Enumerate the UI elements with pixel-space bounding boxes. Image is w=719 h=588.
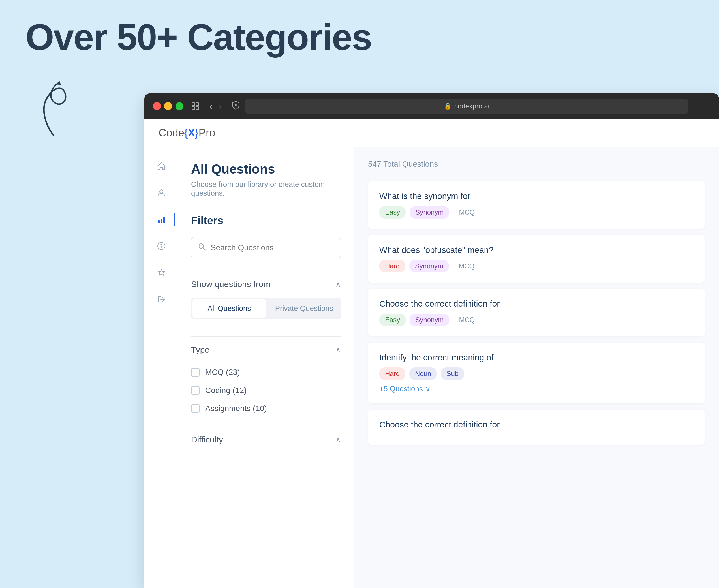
assignments-label: Assignments (10) xyxy=(205,404,267,413)
type-assignments-item: Assignments (10) xyxy=(191,399,341,418)
question-card: What is the synonym for Easy Synonym MCQ xyxy=(368,181,705,229)
back-button[interactable]: ‹ xyxy=(207,101,215,111)
total-count: 547 Total Questions xyxy=(368,160,705,169)
show-questions-header[interactable]: Show questions from ∧ xyxy=(191,279,341,289)
top-nav: Code{X}Pro xyxy=(144,119,719,147)
more-questions-btn[interactable]: +5 Questions ∨ xyxy=(379,384,694,393)
all-questions-toggle[interactable]: All Questions xyxy=(192,299,267,318)
lock-icon: 🔒 xyxy=(444,103,451,110)
assignments-checkbox[interactable] xyxy=(191,404,199,413)
filters-column: All Questions Choose from our library or… xyxy=(178,147,354,588)
svg-rect-2 xyxy=(192,107,195,109)
difficulty-label: Difficulty xyxy=(191,435,223,444)
page-wrapper: Over 50+ Categories ‹ xyxy=(0,0,719,588)
sidebar-item-analytics[interactable] xyxy=(154,212,169,227)
search-icon xyxy=(197,242,206,253)
question-tags: Hard Noun Sub xyxy=(379,368,694,380)
sidebar-item-premium[interactable] xyxy=(154,265,169,280)
browser-body: Code{X}Pro xyxy=(144,119,719,588)
show-questions-label: Show questions from xyxy=(191,279,270,289)
more-questions-text: +5 Questions xyxy=(379,384,423,393)
sidebar-item-users[interactable] xyxy=(154,185,169,201)
hero-title: Over 50+ Categories xyxy=(25,17,372,58)
maximize-button[interactable] xyxy=(175,102,184,110)
svg-rect-8 xyxy=(163,217,165,223)
logo-bracket-close: } xyxy=(195,127,199,139)
svg-text:?: ? xyxy=(160,243,163,249)
browser-chrome: ‹ › 🔒 codexpro.ai xyxy=(144,93,719,119)
svg-rect-6 xyxy=(158,220,160,223)
question-card: Identify the correct meaning of Hard Nou… xyxy=(368,342,705,403)
logo-bracket-open: { xyxy=(184,127,188,139)
question-card: Choose the correct definition for Easy S… xyxy=(368,289,705,336)
question-tags: Easy Synonym MCQ xyxy=(379,206,694,218)
sidebar-item-help[interactable]: ? xyxy=(154,238,169,254)
difficulty-chevron: ∧ xyxy=(335,435,341,444)
tag-easy: Easy xyxy=(379,206,406,218)
filters-section-title: Filters xyxy=(191,215,341,227)
sidebar: ? xyxy=(144,147,178,588)
page-title: All Questions xyxy=(191,161,341,177)
browser-window: ‹ › 🔒 codexpro.ai Code{X}Pro xyxy=(144,93,719,588)
question-text: What is the synonym for xyxy=(379,191,694,201)
tag-mcq: MCQ xyxy=(453,314,480,326)
tag-synonym: Synonym xyxy=(409,260,449,272)
svg-rect-0 xyxy=(192,103,195,106)
traffic-lights xyxy=(153,102,184,110)
tag-mcq: MCQ xyxy=(453,260,480,272)
svg-rect-3 xyxy=(196,107,199,109)
tag-easy: Easy xyxy=(379,314,406,326)
question-tags: Easy Synonym MCQ xyxy=(379,314,694,326)
address-bar[interactable]: 🔒 codexpro.ai xyxy=(246,99,688,113)
logo-prefix: Code xyxy=(158,127,184,139)
search-input[interactable] xyxy=(211,243,334,252)
tag-hard: Hard xyxy=(379,260,405,272)
type-coding-item: Coding (12) xyxy=(191,381,341,399)
minimize-button[interactable] xyxy=(164,102,172,110)
arrow-decoration xyxy=(28,79,79,142)
page-subtitle: Choose from our library or create custom… xyxy=(191,180,341,197)
sidebar-item-logout[interactable] xyxy=(154,292,169,307)
mcq-checkbox[interactable] xyxy=(191,368,199,377)
type-mcq-item: MCQ (23) xyxy=(191,363,341,381)
type-header[interactable]: Type ∧ xyxy=(191,345,341,355)
tag-synonym: Synonym xyxy=(409,314,449,326)
shield-icon xyxy=(232,101,240,112)
svg-rect-1 xyxy=(196,103,199,106)
close-button[interactable] xyxy=(153,102,161,110)
more-questions-chevron-icon: ∨ xyxy=(425,384,430,393)
show-questions-chevron: ∧ xyxy=(335,280,341,289)
logo-x: X xyxy=(188,127,195,139)
question-text: Identify the correct meaning of xyxy=(379,353,694,362)
question-tags: Hard Synonym MCQ xyxy=(379,260,694,272)
svg-point-4 xyxy=(235,104,237,106)
question-text: What does "obfuscate" mean? xyxy=(379,245,694,255)
type-label: Type xyxy=(191,345,210,355)
private-questions-toggle[interactable]: Private Questions xyxy=(268,297,341,319)
logo-suffix: Pro xyxy=(199,127,215,139)
svg-point-5 xyxy=(160,190,163,193)
toggle-group: All Questions Private Questions xyxy=(191,297,341,319)
tag-mcq: MCQ xyxy=(453,206,480,218)
mcq-label: MCQ (23) xyxy=(205,368,240,377)
url-text: codexpro.ai xyxy=(454,102,489,110)
logo: Code{X}Pro xyxy=(158,127,215,139)
tag-hard: Hard xyxy=(379,368,405,380)
coding-checkbox[interactable] xyxy=(191,386,199,395)
difficulty-header[interactable]: Difficulty ∧ xyxy=(191,435,341,444)
sidebar-item-home[interactable] xyxy=(154,159,169,174)
show-questions-section: Show questions from ∧ All Questions Priv… xyxy=(191,271,341,336)
browser-nav[interactable]: ‹ › xyxy=(207,101,223,111)
tag-sub: Sub xyxy=(441,368,464,380)
forward-button[interactable]: › xyxy=(216,101,224,111)
tag-synonym: Synonym xyxy=(409,206,449,218)
type-chevron: ∧ xyxy=(335,346,341,354)
question-text: Choose the correct definition for xyxy=(379,420,694,429)
svg-rect-7 xyxy=(161,218,162,223)
content-panel: All Questions Choose from our library or… xyxy=(178,147,719,588)
search-box xyxy=(191,237,341,258)
grid-icon[interactable] xyxy=(189,100,202,112)
coding-label: Coding (12) xyxy=(205,386,247,395)
main-content: ? xyxy=(144,147,719,588)
svg-line-12 xyxy=(203,248,205,250)
